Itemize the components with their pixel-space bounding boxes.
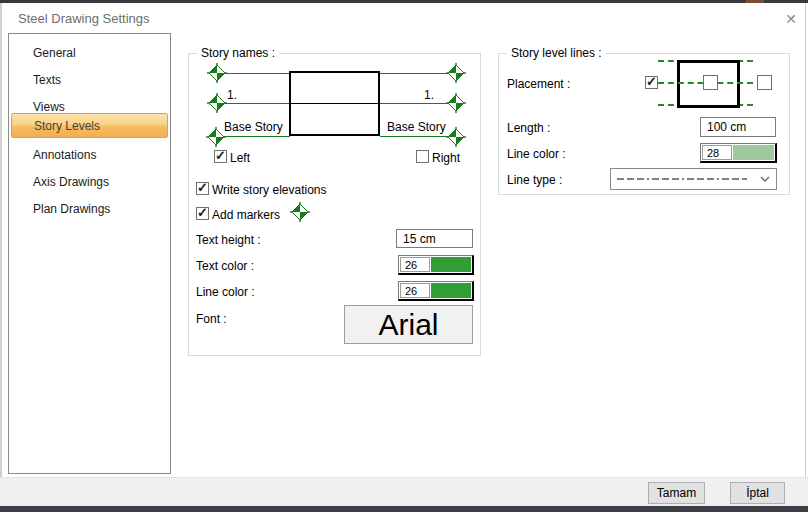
text-height-input[interactable]: 15 cm [396,229,473,248]
sidebar-item-plan-drawings[interactable]: Plan Drawings [11,197,168,222]
line-color-label: Line color : [196,285,255,299]
window-title: Steel Drawing Settings [18,11,150,26]
text-color-label: Text color : [196,259,254,273]
length-input[interactable]: 100 cm [700,117,776,137]
story-level-lines-group-label: Story level lines : [507,46,606,60]
story1-label-right: 1. [424,88,434,102]
base-story-label-left: Base Story [224,120,283,134]
story-line-top-right [380,73,448,74]
elevation-marker-icon [206,127,226,147]
right-checkbox[interactable] [416,150,429,163]
placement-middle-checkbox[interactable] [703,75,718,90]
write-story-elevations-checkbox[interactable] [196,182,209,195]
steel-drawing-settings-dialog: Steel Drawing Settings ✕ General Texts V… [0,0,808,512]
sidebar-item-texts[interactable]: Texts [11,68,168,93]
elevation-marker-icon [446,93,466,113]
line-color-picker[interactable]: 26 [398,281,474,301]
story-line-base-right [380,136,448,137]
elevation-marker-icon [446,63,466,83]
level-line-color-index[interactable]: 28 [702,145,732,160]
chevron-down-icon [760,176,770,182]
font-label: Font : [196,312,227,326]
text-color-picker[interactable]: 26 [398,255,474,275]
text-height-label: Text height : [196,233,261,247]
story-line-mid-right [380,103,448,104]
sidebar-item-general[interactable]: General [11,41,168,66]
add-markers-label[interactable]: Add markers [212,208,280,222]
building-outline [289,71,380,136]
text-color-swatch[interactable] [431,257,471,272]
level-line-color-label: Line color : [507,147,566,161]
story-names-group-label: Story names : [197,46,279,60]
text-color-index[interactable]: 26 [400,257,430,272]
sidebar-item-story-levels[interactable]: Story Levels [11,113,168,138]
story-line-base-left [217,136,290,137]
write-story-elevations-label[interactable]: Write story elevations [212,183,327,197]
cancel-button[interactable]: İptal [730,482,785,504]
elevation-marker-icon [207,93,227,113]
story-line-top-left [217,73,290,74]
ok-button[interactable]: Tamam [648,482,705,504]
dialog-border-left [0,3,2,506]
right-checkbox-label[interactable]: Right [432,151,460,165]
elevation-marker-icon [290,202,310,222]
base-story-label-right: Base Story [387,120,446,134]
sidebar-item-annotations[interactable]: Annotations [11,143,168,168]
placement-left-checkbox[interactable] [645,76,658,89]
placement-right-checkbox[interactable] [757,75,772,90]
left-checkbox[interactable] [214,150,227,163]
dialog-border-right [805,3,806,477]
dialog-footer: Tamam İptal [0,477,808,506]
line-type-dropdown[interactable] [610,168,777,190]
level-line-color-picker[interactable]: 28 [700,143,777,163]
story-line-mid-left [217,103,290,104]
title-bar: Steel Drawing Settings ✕ [2,3,805,32]
length-label: Length : [507,121,550,135]
left-checkbox-label[interactable]: Left [230,151,250,165]
placement-label: Placement : [507,77,570,91]
elevation-marker-icon [207,63,227,83]
line-type-label: Line type : [507,173,562,187]
story1-label-left: 1. [227,88,237,102]
settings-category-list: General Texts Views Story Levels Annotat… [8,33,171,474]
elevation-marker-icon [446,127,466,147]
sidebar-item-axis-drawings[interactable]: Axis Drawings [11,170,168,195]
line-color-index[interactable]: 26 [400,283,430,298]
level-line-color-swatch[interactable] [733,145,774,160]
close-icon[interactable]: ✕ [780,9,802,29]
dashed-line-preview [617,176,754,182]
line-color-swatch[interactable] [431,283,471,298]
font-button[interactable]: Arial [344,305,473,344]
add-markers-checkbox[interactable] [196,207,209,220]
screen-edge-bottom [0,506,808,512]
